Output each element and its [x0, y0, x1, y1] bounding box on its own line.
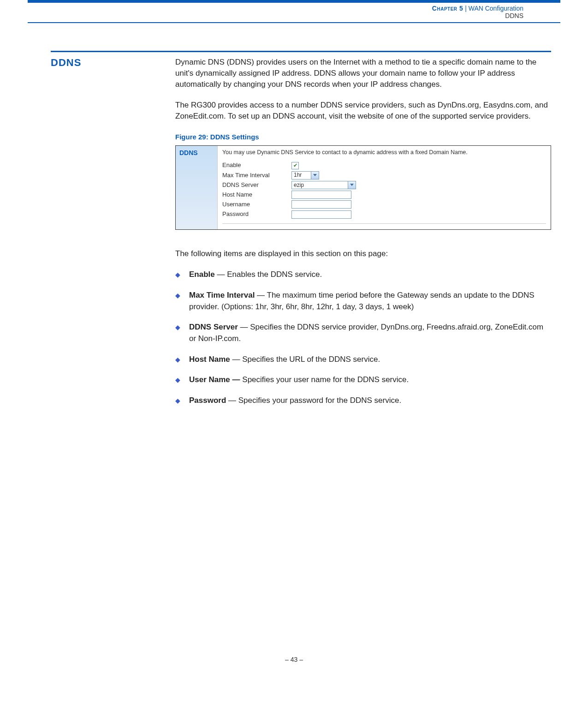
figure-note: You may use Dynamic DNS Service to conta… — [222, 149, 546, 157]
figure-divider — [222, 223, 546, 224]
item-label: DDNS Server — [189, 323, 238, 331]
maxtime-label: Max Time Interval — [222, 171, 291, 180]
figure-row-ddnsserver: DDNS Server ezip — [222, 181, 546, 189]
item-label: Enable — [189, 270, 215, 279]
ddnsserver-select[interactable]: ezip — [291, 181, 356, 189]
figure-content: You may use Dynamic DNS Service to conta… — [217, 146, 551, 229]
list-item: Password — Specifies your password for t… — [175, 395, 551, 407]
section-title: DDNS — [51, 57, 175, 69]
item-list: Enable — Enables the DDNS service. Max T… — [175, 269, 551, 406]
item-dash: — — [255, 291, 267, 300]
item-dash: — — [238, 323, 250, 331]
figure-sidebar-title: DDNS — [179, 149, 214, 158]
chevron-down-icon[interactable] — [311, 172, 319, 179]
chapter-title: WAN Configuration — [469, 5, 523, 12]
chapter-sub: DDNS — [28, 12, 523, 19]
items-intro: The following items are displayed in thi… — [175, 248, 551, 259]
figure-row-maxtime: Max Time Interval 1hr — [222, 171, 546, 180]
page-number: – 43 – — [0, 656, 588, 672]
chevron-down-icon[interactable] — [348, 181, 356, 189]
chapter-line: Chapter 5 | WAN Configuration — [28, 5, 523, 12]
figure-row-hostname: Host Name — [222, 191, 546, 199]
item-desc: Specifies the URL of the DDNS service. — [242, 355, 380, 364]
figure-ddns-settings: DDNS You may use Dynamic DNS Service to … — [175, 145, 551, 230]
paragraph: The RG300 provides access to a number DD… — [175, 100, 551, 122]
list-item: User Name — Specifies your user name for… — [175, 374, 551, 386]
figure-sidebar: DDNS — [176, 146, 217, 229]
paragraph: Dynamic DNS (DDNS) provides users on the… — [175, 57, 551, 90]
item-dash: — — [230, 355, 242, 364]
hostname-input[interactable] — [291, 191, 351, 199]
item-dash: — — [226, 396, 238, 405]
password-label: Password — [222, 210, 291, 218]
list-item: Enable — Enables the DDNS service. — [175, 269, 551, 281]
item-desc: Specifies your password for the DDNS ser… — [238, 396, 401, 405]
item-label: Password — [189, 396, 226, 405]
item-label: Host Name — [189, 355, 230, 364]
chapter-number: Chapter 5 — [432, 5, 463, 12]
page-header: Chapter 5 | WAN Configuration DDNS — [28, 3, 560, 23]
hostname-label: Host Name — [222, 191, 291, 199]
username-input[interactable] — [291, 200, 351, 209]
chapter-sep: | — [463, 5, 468, 12]
ddnsserver-label: DDNS Server — [222, 181, 291, 189]
enable-checkbox[interactable]: ✔ — [291, 162, 299, 169]
list-item: Max Time Interval — The maximum time per… — [175, 290, 551, 312]
figure-row-username: Username — [222, 200, 546, 209]
figure-row-password: Password — [222, 210, 546, 218]
maxtime-select[interactable]: 1hr — [291, 171, 319, 180]
password-input[interactable] — [291, 210, 351, 219]
item-dash: — — [215, 270, 227, 279]
item-label: User Name — — [189, 375, 240, 384]
list-item: Host Name — Specifies the URL of the DDN… — [175, 354, 551, 365]
figure-caption: Figure 29: DDNS Settings — [175, 132, 551, 142]
item-desc: Enables the DDNS service. — [227, 270, 322, 279]
username-label: Username — [222, 200, 291, 209]
enable-label: Enable — [222, 161, 291, 169]
ddnsserver-value: ezip — [294, 181, 304, 189]
list-item: DDNS Server — Specifies the DDNS service… — [175, 322, 551, 344]
figure-row-enable: Enable ✔ — [222, 161, 546, 169]
item-label: Max Time Interval — [189, 291, 255, 300]
item-desc: Specifies your user name for the DDNS se… — [242, 375, 409, 384]
section-rule — [51, 51, 551, 52]
maxtime-value: 1hr — [294, 171, 302, 179]
